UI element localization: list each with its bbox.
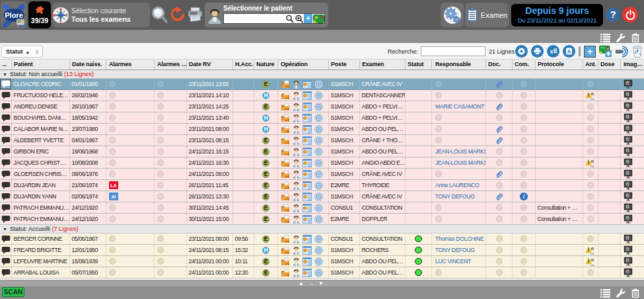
column-header-10[interactable]: Examen: [360, 60, 406, 69]
patient-advanced-search-icon[interactable]: [295, 15, 303, 23]
delete-icon[interactable]: [631, 33, 639, 42]
column-header-16[interactable]: Ant.: [583, 60, 598, 69]
group-header-1[interactable]: ▼Statut: Accueilli (7 Lignes): [0, 225, 644, 234]
table-row[interactable]: CALABOR MARIE N…23/07/198023/11/2021 08:…: [0, 124, 644, 135]
exam-folder-icon[interactable]: xml: [281, 159, 290, 167]
images-monitor-icon[interactable]: [624, 257, 633, 266]
app-logo[interactable]: Plore: [1, 1, 27, 28]
patient-record-icon[interactable]: [293, 136, 300, 145]
table-row[interactable]: FRUCTUOSO HELE…26/02/194623/11/2021 14:1…: [0, 90, 644, 101]
table-row[interactable]: DUJARDIN YANN02/06/1974AI26/11/2021 13:3…: [0, 191, 644, 202]
patient-record-icon[interactable]: [293, 159, 300, 167]
add-exam-button[interactable]: +: [584, 46, 596, 58]
images-window-icon[interactable]: [303, 80, 312, 89]
row-comment-cell[interactable]: [0, 157, 12, 169]
row-comment-cell[interactable]: [0, 180, 12, 191]
period-selector[interactable]: Depuis 9 jours Du 23/11/2021 au 02/12/20…: [511, 4, 603, 26]
row-comment-cell[interactable]: [0, 245, 12, 256]
responsible-name[interactable]: JEAN-LOUIS MARKS: [435, 148, 486, 155]
dicom-target-icon[interactable]: [314, 257, 323, 266]
images-monitor-icon[interactable]: [624, 79, 633, 89]
responsible-name[interactable]: TONY DEFOUG: [435, 193, 475, 200]
column-header-13[interactable]: Doc.: [486, 60, 513, 69]
column-header-12[interactable]: Responsable: [432, 60, 486, 69]
images-window-icon[interactable]: [303, 125, 312, 134]
images-monitor-icon[interactable]: [624, 136, 633, 145]
table-row[interactable]: ANDREU DENISE26/10/196723/11/2021 14:25E…: [0, 101, 644, 112]
card-reader-button[interactable]: [616, 46, 629, 58]
column-header-5[interactable]: Date RV: [187, 60, 233, 69]
exam-folder-icon[interactable]: xml: [281, 246, 290, 255]
images-monitor-icon[interactable]: [624, 169, 633, 179]
column-header-11[interactable]: Statut: [406, 60, 432, 69]
group-header-0[interactable]: ▼Statut: Non accueilli (13 Lignes): [0, 70, 644, 79]
row-comment-cell[interactable]: [0, 267, 12, 278]
dicom-target-icon[interactable]: [314, 235, 323, 243]
patient-record-icon[interactable]: [293, 91, 300, 100]
exam-folder-icon[interactable]: xml: [281, 91, 290, 100]
table-row[interactable]: JACQUES CHRIST…10/08/200824/11/2021 16:3…: [0, 157, 644, 169]
exam-folder-icon[interactable]: xml: [281, 114, 290, 122]
dicom-target-icon[interactable]: [314, 148, 323, 156]
patient-record-icon[interactable]: [293, 215, 300, 224]
antecedent-warning-icon[interactable]: [586, 91, 595, 100]
list-view-icon[interactable]: [600, 34, 610, 42]
row-comment-cell[interactable]: [0, 234, 12, 245]
exam-folder-icon[interactable]: xml: [281, 235, 290, 243]
patient-search-icon[interactable]: [285, 15, 294, 23]
responsible-name[interactable]: TONY DEFOUG: [435, 247, 475, 253]
dicom-target-icon[interactable]: [314, 269, 323, 277]
dicom-target-icon[interactable]: [314, 204, 323, 212]
dicom-target-icon[interactable]: [314, 215, 323, 224]
table-row[interactable]: LEFEUVRE MARTINE15/08/193924/11/2021 00:…: [0, 256, 644, 267]
images-window-icon[interactable]: [303, 91, 312, 100]
table-row[interactable]: ARRABAL LOUISA05/07/195024/11/2021 00:00…: [0, 267, 644, 278]
column-header-0[interactable]: ...: [0, 60, 12, 69]
splitter-resize-icon[interactable]: ↔: [308, 281, 314, 286]
patient-record-icon[interactable]: [293, 103, 300, 111]
column-header-3[interactable]: Alarmes: [106, 60, 155, 69]
images-monitor-icon[interactable]: [624, 124, 633, 134]
row-comment-cell[interactable]: [0, 214, 12, 225]
responsible-name[interactable]: Thomas DOLCHINE: [435, 235, 483, 242]
column-header-1[interactable]: Patient: [12, 60, 70, 69]
exam-folder-icon[interactable]: xml: [281, 269, 290, 277]
export-pdf-button[interactable]: [563, 45, 575, 58]
images-monitor-icon[interactable]: [624, 203, 633, 212]
plugins-button[interactable]: 39/39: [28, 1, 51, 28]
table-row[interactable]: GIRBON ERIC19/06/196824/11/2021 16:15Exm…: [0, 146, 644, 157]
column-header-18[interactable]: Imag…: [621, 60, 644, 69]
exam-folder-icon[interactable]: xml: [281, 170, 290, 179]
exam-folder-icon[interactable]: xml: [281, 148, 290, 156]
images-monitor-icon[interactable]: [624, 181, 633, 190]
patient-record-icon[interactable]: [293, 235, 300, 243]
patient-record-icon[interactable]: [293, 114, 300, 122]
attachment-paperclip-icon[interactable]: [495, 80, 503, 89]
export-excel-button[interactable]: x: [547, 45, 559, 58]
column-header-15[interactable]: Protocole: [536, 60, 583, 69]
row-comment-cell[interactable]: [0, 169, 12, 180]
patient-record-icon[interactable]: [293, 192, 300, 201]
antecedent-warning-icon[interactable]: [586, 246, 595, 255]
row-comment-cell[interactable]: [0, 90, 12, 101]
add-patient-button[interactable]: +: [304, 14, 312, 23]
row-comment-cell[interactable]: [0, 79, 12, 90]
dicom-target-icon[interactable]: [314, 114, 323, 122]
antecedent-warning-icon[interactable]: [586, 159, 595, 167]
patient-record-icon[interactable]: [293, 170, 300, 179]
sort-chip-statut[interactable]: Statut ▲ x: [1, 46, 43, 58]
images-window-icon[interactable]: [303, 114, 312, 122]
splitter-up-icon[interactable]: ▲: [299, 281, 304, 286]
collapse-group-icon[interactable]: ▼: [3, 72, 7, 77]
exam-folder-icon[interactable]: xml: [281, 204, 290, 212]
dicom-target-icon[interactable]: [314, 181, 323, 190]
attachment-paperclip-icon[interactable]: [495, 125, 503, 134]
configure-icon[interactable]: [616, 288, 626, 298]
dicom-target-icon[interactable]: [314, 136, 323, 145]
dicom-target-icon[interactable]: [314, 192, 323, 201]
table-row[interactable]: CLOACRE CEDRIC01/01/190023/11/2021 13:55…: [0, 79, 644, 90]
dicom-target-icon[interactable]: [314, 159, 323, 167]
read-vitale-card-button[interactable]: [599, 45, 612, 58]
images-window-icon[interactable]: [303, 170, 312, 179]
table-row[interactable]: BOUCHAREL DANI…18/05/194223/11/2021 13:4…: [0, 112, 644, 124]
